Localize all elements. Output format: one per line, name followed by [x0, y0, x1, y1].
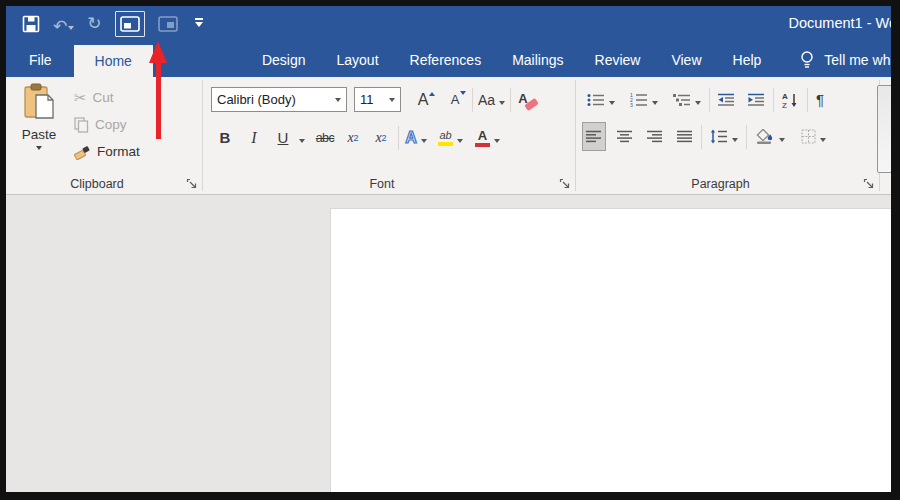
increase-indent-button[interactable]	[745, 86, 768, 113]
tab-gap	[153, 59, 243, 60]
font-color-button[interactable]: A	[475, 124, 500, 151]
numbering-button[interactable]: 1 2 3	[627, 86, 661, 113]
font-name-combobox[interactable]: Calibri (Body)	[211, 87, 347, 112]
document-page[interactable]	[330, 208, 891, 492]
font-size-value: 11	[360, 92, 389, 107]
shading-button[interactable]	[752, 123, 788, 150]
format-painter-button[interactable]: Format	[74, 138, 140, 165]
borders-icon	[801, 129, 816, 144]
font-size-combobox[interactable]: 11	[354, 87, 401, 112]
window-mode-icon	[158, 16, 178, 32]
copy-label: Copy	[95, 117, 127, 132]
format-painter-icon	[74, 144, 91, 160]
button-divider	[807, 88, 808, 112]
chevron-down-icon	[820, 138, 826, 145]
text-effects-icon: A	[405, 129, 417, 147]
customize-qat-button[interactable]	[195, 18, 203, 31]
decrease-indent-icon	[718, 93, 735, 106]
shrink-font-icon: A	[451, 92, 460, 107]
svg-text:Z: Z	[782, 100, 787, 108]
save-icon	[22, 15, 40, 33]
italic-button[interactable]: I	[242, 124, 266, 151]
tab-design[interactable]: Design	[250, 42, 318, 77]
clipboard-dialog-launcher-icon[interactable]	[186, 178, 197, 189]
title-bar: ↶ ↻ Document1	[6, 6, 891, 42]
tell-me-box[interactable]: Tell me wh	[824, 52, 890, 68]
change-case-button[interactable]: Aa	[478, 86, 505, 113]
cut-button[interactable]: ✂ Cut	[74, 84, 140, 111]
shading-icon	[755, 129, 775, 145]
paragraph-group: 1 2 3	[576, 77, 879, 194]
tab-file[interactable]: File	[17, 42, 64, 77]
font-group: Calibri (Body) 11 A A Aa	[203, 77, 575, 194]
clipboard-group: Paste ✂ Cut Copy	[6, 77, 202, 194]
redo-button[interactable]: ↻	[87, 11, 101, 37]
paragraph-row-top: 1 2 3	[584, 86, 827, 113]
multilevel-list-button[interactable]	[670, 86, 704, 113]
copy-button[interactable]: Copy	[74, 111, 140, 138]
tab-review[interactable]: Review	[583, 42, 653, 77]
ribbon: Paste ✂ Cut Copy	[6, 77, 891, 195]
tab-references[interactable]: References	[398, 42, 494, 77]
paste-icon	[22, 83, 56, 121]
tab-mailings[interactable]: Mailings	[500, 42, 575, 77]
window-mode-button[interactable]	[158, 11, 178, 37]
button-divider	[398, 126, 399, 150]
line-spacing-icon	[710, 129, 728, 144]
chevron-down-icon	[652, 101, 658, 108]
superscript-button[interactable]: x2	[369, 124, 393, 151]
tab-home[interactable]: Home	[74, 45, 153, 77]
shrink-font-button[interactable]: A	[443, 86, 467, 113]
align-center-icon	[617, 130, 633, 143]
font-dialog-launcher-icon[interactable]	[559, 178, 570, 189]
save-button[interactable]	[22, 11, 40, 37]
font-name-value: Calibri (Body)	[217, 92, 335, 107]
button-divider	[746, 125, 747, 149]
paragraph-dialog-launcher-icon[interactable]	[863, 178, 874, 189]
decrease-indent-button[interactable]	[715, 86, 738, 113]
paste-button[interactable]: Paste	[16, 83, 62, 153]
align-center-button[interactable]	[614, 123, 636, 150]
align-left-icon	[586, 130, 602, 143]
clipboard-group-label: Clipboard	[6, 177, 188, 191]
justify-button[interactable]	[674, 123, 696, 150]
button-divider	[472, 88, 473, 112]
grow-font-button[interactable]: A	[411, 86, 435, 113]
underline-button[interactable]: U	[271, 124, 295, 151]
show-hide-marks-button[interactable]: ¶	[813, 86, 827, 113]
text-effects-button[interactable]: A	[404, 124, 428, 151]
underline-dropdown-chevron-icon[interactable]	[299, 139, 305, 146]
sort-button[interactable]: A Z	[779, 86, 802, 113]
align-right-button[interactable]	[644, 123, 666, 150]
text-highlight-button[interactable]: ab	[438, 124, 463, 151]
tab-layout[interactable]: Layout	[325, 42, 391, 77]
clear-formatting-button[interactable]: A	[516, 86, 540, 113]
font-group-label: Font	[203, 177, 561, 191]
line-spacing-button[interactable]	[707, 123, 741, 150]
chevron-down-icon	[732, 138, 738, 145]
subscript-button[interactable]: x2	[341, 124, 365, 151]
increase-indent-icon	[748, 93, 765, 106]
svg-text:3: 3	[630, 102, 633, 107]
touch-mouse-mode-button[interactable]	[115, 11, 145, 37]
paragraph-group-label: Paragraph	[576, 177, 865, 191]
bullets-button[interactable]	[584, 86, 618, 113]
bold-button[interactable]: B	[213, 124, 237, 151]
align-right-icon	[647, 130, 663, 143]
sort-icon: A Z	[782, 92, 799, 108]
borders-button[interactable]	[798, 123, 829, 150]
undo-dropdown-chevron-icon[interactable]	[68, 26, 74, 33]
strikethrough-button[interactable]: abc	[313, 124, 337, 151]
align-left-button[interactable]	[582, 122, 606, 151]
paste-dropdown-chevron-icon[interactable]	[36, 146, 42, 153]
font-row-top: Calibri (Body) 11 A A Aa	[211, 86, 540, 113]
tab-view[interactable]: View	[659, 42, 713, 77]
styles-gallery-partial[interactable]	[877, 85, 891, 173]
tab-help[interactable]: Help	[721, 42, 774, 77]
undo-button[interactable]: ↶	[53, 11, 74, 37]
paragraph-row-bottom	[582, 122, 829, 151]
paste-label: Paste	[16, 127, 62, 142]
quick-access-toolbar: ↶ ↻	[22, 11, 203, 37]
button-divider	[510, 88, 511, 112]
chevron-down-icon	[609, 101, 615, 108]
